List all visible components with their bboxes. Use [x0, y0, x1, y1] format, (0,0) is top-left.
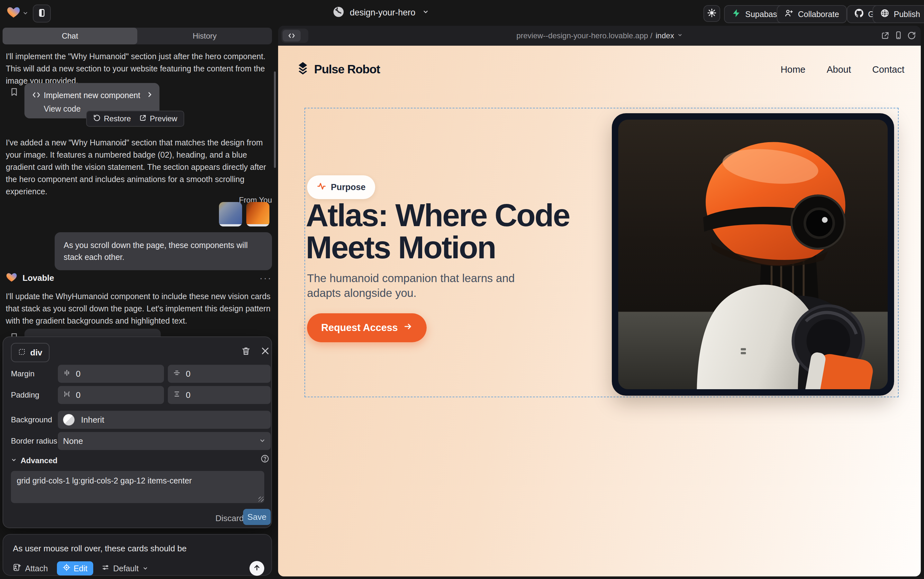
collaborate-button[interactable]: Collaborate: [777, 5, 847, 23]
attach-button[interactable]: Attach: [13, 563, 48, 574]
edit-mode-button[interactable]: Edit: [57, 561, 93, 576]
hero-heading-line1: Atlas: Where Code: [306, 200, 570, 231]
target-icon: [63, 564, 70, 573]
dashed-square-icon: [18, 348, 26, 357]
save-button[interactable]: Save: [243, 509, 271, 525]
mobile-view-icon[interactable]: [894, 31, 903, 41]
margin-y-icon: [173, 369, 181, 379]
site-brand[interactable]: Pulse Robot: [296, 61, 380, 77]
selected-element-tag: div: [30, 348, 42, 358]
lovable-logo-icon[interactable]: [7, 5, 21, 21]
restore-label: Restore: [104, 114, 131, 123]
app-window: design-your-hero Supabase Collaborate Gi…: [0, 0, 924, 579]
attach-label: Attach: [25, 564, 48, 573]
publish-globe-icon: [880, 9, 889, 20]
project-chevron-down-icon: [423, 9, 429, 16]
nav-contact[interactable]: Contact: [872, 64, 904, 75]
user-message-bubble: As you scroll down the page, these compo…: [55, 232, 272, 270]
background-field[interactable]: Inherit: [58, 411, 271, 429]
selected-element-pill[interactable]: div: [11, 343, 49, 362]
resize-handle[interactable]: [258, 497, 264, 502]
padding-x-field[interactable]: [58, 386, 164, 404]
model-selector[interactable]: Default: [101, 564, 148, 573]
top-bar: design-your-hero Supabase Collaborate Gi…: [0, 0, 924, 26]
chat-history-tabs: Chat History: [3, 28, 272, 44]
assistant-name: Lovable: [23, 273, 54, 283]
lovable-heart-icon: [6, 272, 17, 285]
margin-x-input[interactable]: [75, 369, 147, 379]
project-globe-icon: [333, 6, 344, 19]
tab-history[interactable]: History: [137, 28, 272, 44]
logo-chevron-down-icon[interactable]: [23, 10, 28, 17]
toggle-sidebar-button[interactable]: [33, 5, 51, 23]
project-switcher[interactable]: design-your-hero: [333, 6, 429, 19]
chat-composer[interactable]: As user mouse roll over, these cards sho…: [3, 534, 272, 576]
preview-toolbar: preview--design-your-hero.lovable.app / …: [278, 26, 921, 46]
restore-icon: [93, 114, 101, 124]
trash-icon[interactable]: [241, 346, 251, 357]
margin-y-input[interactable]: [185, 369, 251, 379]
sidebar-panel-icon: [37, 8, 46, 19]
site-brand-name: Pulse Robot: [314, 63, 380, 76]
collaborate-label: Collaborate: [798, 10, 839, 19]
github-icon: [855, 9, 864, 20]
assistant-message-3: I'll update the WhyHumanoid component to…: [6, 290, 274, 327]
preview-pane: preview--design-your-hero.lovable.app / …: [278, 26, 921, 576]
advanced-classes-textarea[interactable]: grid grid-cols-1 lg:grid-cols-2 gap-12 i…: [11, 471, 264, 503]
nav-about[interactable]: About: [826, 64, 851, 75]
padding-y-field[interactable]: [168, 386, 271, 404]
padding-y-icon: [173, 390, 181, 400]
model-chevron-icon: [142, 564, 148, 573]
preview-url-bar[interactable]: preview--design-your-hero.lovable.app / …: [278, 26, 921, 46]
border-radius-select[interactable]: None: [58, 432, 271, 450]
padding-x-input[interactable]: [75, 390, 147, 401]
site-nav: Home About Contact: [780, 64, 904, 75]
attach-image-icon: [13, 563, 21, 574]
request-access-button[interactable]: Request Access: [307, 313, 427, 342]
close-icon[interactable]: [260, 346, 270, 357]
attachment-thumbnail-orange[interactable]: [246, 202, 269, 226]
settings-button[interactable]: [704, 5, 720, 22]
send-button[interactable]: [250, 561, 264, 576]
view-code-link[interactable]: View code: [44, 104, 81, 114]
edit-label: Edit: [73, 564, 87, 573]
open-in-new-tab-icon[interactable]: [881, 31, 890, 41]
border-radius-value: None: [63, 436, 83, 446]
preview-label: Preview: [150, 114, 177, 123]
advanced-toggle[interactable]: Advanced: [11, 456, 57, 465]
discard-button[interactable]: Discard: [215, 514, 244, 523]
refresh-icon[interactable]: [907, 31, 916, 41]
select-chevron-down-icon: [259, 436, 266, 446]
help-icon[interactable]: [260, 454, 269, 465]
bookmark-icon[interactable]: [10, 87, 19, 98]
padding-y-input[interactable]: [185, 390, 251, 401]
composer-toolbar: Attach Edit Default: [13, 561, 264, 576]
arrow-right-icon: [403, 322, 413, 334]
margin-x-icon: [63, 369, 71, 379]
restore-button[interactable]: Restore: [93, 114, 131, 124]
advanced-label: Advanced: [21, 456, 57, 465]
margin-y-field[interactable]: [168, 365, 271, 383]
publish-button[interactable]: Publish: [873, 5, 924, 23]
sliders-icon: [101, 564, 109, 573]
composer-draft-text[interactable]: As user mouse roll over, these cards sho…: [13, 544, 264, 554]
tab-chat[interactable]: Chat: [3, 28, 137, 44]
gear-icon: [707, 8, 717, 19]
nav-home[interactable]: Home: [780, 64, 805, 75]
chevron-right-icon: [146, 91, 153, 100]
attachment-thumbnail-blue[interactable]: [219, 202, 242, 226]
border-radius-label: Border radius: [11, 437, 57, 445]
preview-button[interactable]: Preview: [139, 114, 177, 124]
assistant-message-1: I'll implement the "Why Humanoid" sectio…: [6, 50, 274, 87]
code-icon: [32, 91, 41, 100]
external-link-icon: [139, 114, 147, 124]
website-canvas: Pulse Robot Home About Contact Purpose A…: [278, 46, 921, 576]
assistant-message-2: I've added a new "Why Humanoid" section …: [6, 136, 274, 198]
margin-x-field[interactable]: [58, 365, 164, 383]
pulse-activity-icon: [317, 182, 327, 193]
supabase-label: Supabase: [745, 10, 782, 19]
more-options-icon[interactable]: ···: [260, 272, 272, 283]
color-swatch: [63, 414, 75, 425]
restore-preview-tooltip: Restore Preview: [86, 111, 184, 127]
background-label: Background: [11, 415, 52, 424]
